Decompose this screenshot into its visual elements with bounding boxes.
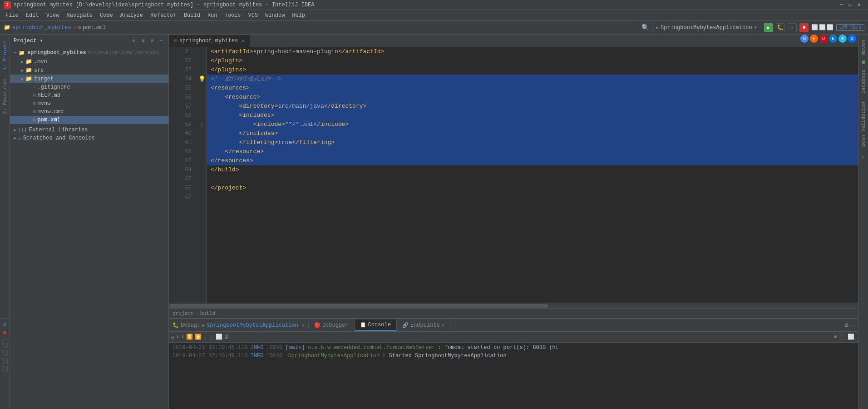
endpoints-count: ▾ <box>442 323 444 328</box>
menu-edit[interactable]: Edit <box>22 11 43 20</box>
edge-icon[interactable]: E <box>829 35 837 43</box>
nav-icon-project: 📁 <box>4 24 10 31</box>
vtab-favorites[interactable]: 2: Favorites <box>1 75 9 118</box>
debug-step-out[interactable]: ⬛ <box>2 358 8 364</box>
tab-pomxml-close[interactable]: ✕ <box>242 38 244 44</box>
firefox-icon[interactable]: F <box>810 35 818 43</box>
breadcrumb-build[interactable]: build <box>200 311 215 316</box>
console-toolbar-wrap[interactable]: ⬜ <box>216 334 222 340</box>
menu-refactor[interactable]: Refactor <box>147 11 180 20</box>
panel-ctrl-options[interactable]: ≡ <box>139 37 147 45</box>
tree-item-helpmd[interactable]: M HELP.md <box>10 91 168 100</box>
tree-item-target[interactable]: ▶ 📁 target <box>10 75 168 83</box>
root-label: springboot_mybites <box>27 50 86 56</box>
console-toolbar-scroll-up[interactable]: ⬆ <box>176 334 179 340</box>
root-path: D:\develop\idea\springbo <box>88 50 160 55</box>
console-toolbar-scroll-begin[interactable]: ⏫ <box>195 334 202 340</box>
console-toolbar-scroll-down[interactable]: ⬇ <box>181 334 184 340</box>
debug-step-over[interactable]: ⬛ <box>2 342 8 348</box>
console-right-ctrl2[interactable]: ⬛ <box>839 334 846 340</box>
debug-restart-icon[interactable]: ↺ <box>3 320 7 328</box>
debug-app-label[interactable]: SpringbootMybytesApplication <box>207 322 298 329</box>
vtab-project[interactable]: 1: Project <box>1 36 9 74</box>
vtab-database[interactable]: Database <box>859 66 868 97</box>
code-line-67 <box>207 193 858 202</box>
project-panel-header: Project ▾ ⊕ ≡ ⚙ ─ <box>10 35 168 47</box>
title-text: springboot_mybites [D:\develop\idea\spri… <box>14 2 840 8</box>
tab-debugger[interactable]: 🔴 Debugger <box>309 319 355 331</box>
app-icon: I <box>4 1 11 9</box>
menu-analyze[interactable]: Analyze <box>117 11 147 20</box>
menu-help[interactable]: Help <box>288 11 309 20</box>
vtab-bean-validation[interactable]: Bean Validation <box>859 98 868 150</box>
menu-navigate[interactable]: Navigate <box>63 11 96 20</box>
console-right-ctrl3[interactable]: ⬜ <box>848 334 854 340</box>
coverage-button[interactable]: ▷ <box>788 23 797 32</box>
menu-window[interactable]: Window <box>261 11 288 20</box>
panel-ctrl-minimize[interactable]: ─ <box>158 37 165 45</box>
debug-app-close[interactable]: ✕ <box>302 323 305 328</box>
run-button[interactable]: ▶ <box>764 23 773 32</box>
more-run-controls[interactable]: ⬜ ⬜ ⬜ <box>811 24 833 31</box>
nav-breadcrumb-pom[interactable]: pom.xml <box>83 25 105 31</box>
tree-item-src[interactable]: ▶ 📁 src <box>10 66 168 75</box>
debug-run-to-cursor[interactable]: ⬛ <box>2 365 8 371</box>
tree-root[interactable]: ▾ 📁 springboot_mybites D:\develop\idea\s… <box>10 48 168 57</box>
debug-stop-icon[interactable]: ■ <box>3 329 7 336</box>
tree-item-extlibs[interactable]: ▶ ||| External Libraries <box>10 126 168 134</box>
right-vtabs-panel: Maven Database Bean Validation G F O E e… <box>858 35 868 409</box>
tree-item-mvnw[interactable]: m mvnw <box>10 100 168 108</box>
run-config-label: SpringbootMybytesApplication <box>661 25 752 31</box>
vtab-maven[interactable]: Maven <box>859 36 868 59</box>
debug-button[interactable]: 🐛 <box>776 23 785 32</box>
menu-file[interactable]: File <box>2 11 22 20</box>
console-output[interactable]: 2019-04-21 12:10:45.110 INFO 10240 [main… <box>169 343 858 409</box>
tree-item-scratches[interactable]: ▶ ✏ Scratches and Consoles <box>10 134 168 142</box>
code-line-53: </plugins> <box>207 65 858 75</box>
title-bar: I springboot_mybites [D:\develop\idea\sp… <box>0 0 868 10</box>
console-right-ctrl1[interactable]: ≡ <box>834 334 837 340</box>
safari-icon[interactable]: S <box>848 35 856 43</box>
tab-console[interactable]: 📋 Console <box>355 319 397 331</box>
console-toolbar-scroll-end[interactable]: ⏬ <box>186 334 193 340</box>
menu-view[interactable]: View <box>43 11 63 20</box>
menu-vcs[interactable]: VCS <box>245 11 262 20</box>
panel-ctrl-new[interactable]: ⊕ <box>130 37 138 45</box>
console-ctrl-settings[interactable]: ⚙ <box>844 321 848 329</box>
console-toolbar-step[interactable]: ↕ <box>203 334 207 340</box>
tab-endpoints[interactable]: 🔗 Endpoints ▾ <box>397 319 450 331</box>
mvnw-label: mvnw <box>38 100 51 107</box>
run-config-selector[interactable]: ▶ SpringbootMybytesApplication ▾ <box>652 23 761 32</box>
opera-icon[interactable]: O <box>819 35 828 43</box>
code-line-54: <!--放行xml格式文件--> <box>207 75 858 84</box>
project-panel-title: Project ▾ <box>14 37 130 44</box>
tab-pomxml[interactable]: m springboot_mybites ✕ <box>169 35 250 47</box>
ie-icon[interactable]: e <box>838 35 847 43</box>
chrome-icon[interactable]: G <box>800 35 809 43</box>
menu-run[interactable]: Run <box>204 11 221 20</box>
search-icon[interactable]: 🔍 <box>641 24 649 31</box>
close-button[interactable]: ✕ <box>858 1 861 8</box>
console-ctrl-close[interactable]: ─ <box>851 322 854 329</box>
tree-item-pomxml[interactable]: m pom.xml <box>10 116 168 124</box>
code-content[interactable]: <artifactId>spring-boot-maven-plugin</ar… <box>207 47 858 303</box>
menu-tools[interactable]: Tools <box>221 11 245 20</box>
menu-code[interactable]: Code <box>96 11 117 20</box>
console-toolbar-restart[interactable]: ↺ <box>171 334 174 341</box>
tree-item-mvnwcmd[interactable]: m mvnw.cmd <box>10 108 168 116</box>
tree-item-gitignore[interactable]: · .gitignore <box>10 83 168 91</box>
minimize-button[interactable]: ─ <box>840 1 843 8</box>
horizontal-scrollbar[interactable] <box>169 303 858 308</box>
nav-breadcrumb-project[interactable]: springboot_mybites <box>12 25 71 31</box>
maximize-button[interactable]: □ <box>849 1 852 8</box>
debug-step-into[interactable]: ⬛ <box>2 350 8 356</box>
menu-build[interactable]: Build <box>180 11 204 20</box>
code-line-62: </resource> <box>207 147 858 156</box>
stop-button[interactable]: ■ <box>799 23 809 32</box>
tree-item-mvn[interactable]: ▶ 📁 .mvn <box>10 57 168 66</box>
breadcrumb-project[interactable]: project <box>173 311 193 316</box>
network-badge: 165 KB/s <box>836 24 864 31</box>
src-folder-icon: 📁 <box>25 67 32 74</box>
panel-ctrl-gear[interactable]: ⚙ <box>148 37 156 45</box>
console-toolbar-clear[interactable]: 🗑 <box>224 334 230 340</box>
